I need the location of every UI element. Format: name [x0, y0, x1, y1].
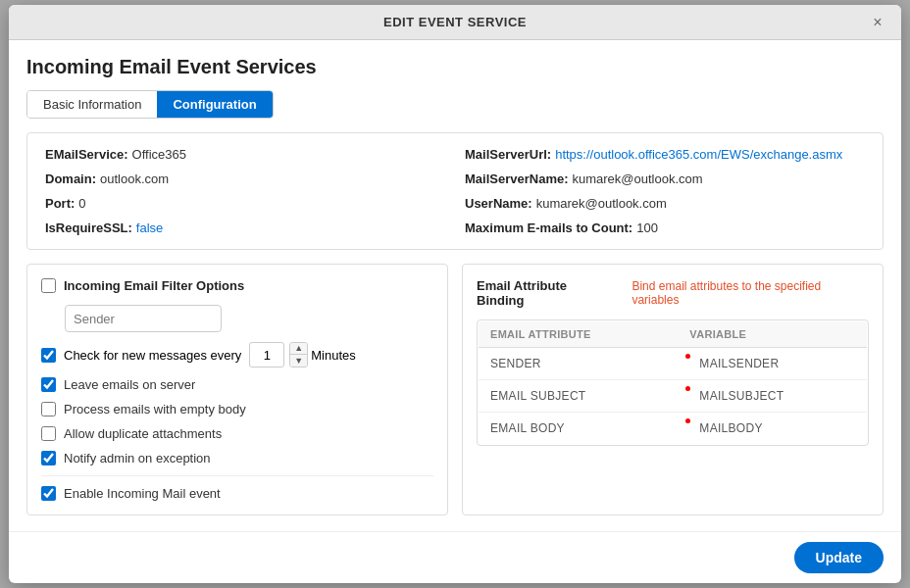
attr-binding-title: Email Attribute Binding: [477, 278, 616, 308]
modal-header: EDIT EVENT SERVICE ×: [9, 5, 901, 40]
process-empty-label[interactable]: Process emails with empty body: [64, 402, 246, 416]
info-section: EMailService: Office365 MailServerUrl: h…: [26, 132, 884, 250]
username-label: UserName:: [465, 196, 532, 211]
variable-value: MAILSENDER: [699, 357, 779, 370]
table-row: SENDER MAILSENDER: [479, 348, 868, 380]
check-interval-value: 1: [249, 342, 284, 368]
username-value: kumarek@outlook.com: [536, 196, 667, 211]
ssl-value: false: [136, 220, 163, 235]
interval-unit: Minutes: [311, 348, 356, 363]
mail-server-name-row: MailServerName: kumarek@outlook.com: [465, 172, 865, 186]
variable-cell: MAILSUBJECT: [678, 380, 867, 413]
enable-incoming-checkbox[interactable]: [41, 486, 56, 501]
tab-basic[interactable]: Basic Information: [27, 91, 157, 118]
email-service-value: Office365: [132, 147, 186, 162]
notify-admin-row: Notify admin on exception: [41, 451, 433, 466]
variable-value: MAILSUBJECT: [699, 389, 784, 403]
ssl-label: IsRequireSSL:: [45, 220, 132, 235]
filter-options-checkbox[interactable]: [41, 278, 56, 293]
port-value: 0: [78, 196, 85, 211]
interval-stepper: ▲ ▼: [289, 342, 308, 368]
variable-cell: MAILBODY: [678, 413, 867, 445]
attr-table: EMAIL ATTRIBUTE VARIABLE SENDER MAILSEND…: [478, 320, 868, 445]
modal: EDIT EVENT SERVICE × Incoming Email Even…: [9, 5, 901, 583]
attr-cell: EMAIL BODY: [479, 413, 679, 445]
modal-title: EDIT EVENT SERVICE: [383, 15, 527, 29]
mail-server-url-label: MailServerUrl:: [465, 147, 551, 162]
update-button[interactable]: Update: [794, 542, 884, 573]
sender-filter-input[interactable]: [65, 305, 222, 332]
table-row: EMAIL SUBJECT MAILSUBJECT: [479, 380, 868, 413]
filter-panel-header: Incoming Email Filter Options: [41, 278, 433, 293]
attr-binding-header: Email Attribute Binding Bind email attri…: [477, 278, 869, 308]
modal-body: Incoming Email Event Services Basic Info…: [9, 40, 901, 531]
tab-configuration[interactable]: Configuration: [157, 91, 272, 118]
bottom-section: Incoming Email Filter Options Check for …: [26, 264, 884, 515]
attr-table-container: EMAIL ATTRIBUTE VARIABLE SENDER MAILSEND…: [477, 319, 869, 446]
mail-server-url-row: MailServerUrl: https://outlook.office365…: [465, 147, 865, 162]
ssl-row: IsRequireSSL: false: [45, 220, 445, 235]
modal-overlay: EDIT EVENT SERVICE × Incoming Email Even…: [0, 0, 910, 588]
stepper-up-button[interactable]: ▲: [290, 343, 307, 355]
filter-panel: Incoming Email Filter Options Check for …: [26, 264, 448, 515]
max-emails-label: Maximum E-mails to Count:: [465, 220, 632, 235]
tab-bar: Basic Information Configuration: [26, 90, 274, 119]
variable-cell: MAILSENDER: [678, 348, 867, 380]
table-header-row: EMAIL ATTRIBUTE VARIABLE: [479, 321, 868, 348]
email-service-label: EMailService:: [45, 147, 128, 162]
col-attribute: EMAIL ATTRIBUTE: [479, 321, 679, 348]
check-messages-row: Check for new messages every 1 ▲ ▼ Minut…: [41, 342, 433, 368]
notify-admin-checkbox[interactable]: [41, 451, 56, 466]
username-row: UserName: kumarek@outlook.com: [465, 196, 865, 211]
col-variable: VARIABLE: [678, 321, 867, 348]
leave-emails-row: Leave emails on server: [41, 377, 433, 392]
attr-cell: SENDER: [479, 348, 679, 380]
page-title: Incoming Email Event Services: [26, 56, 884, 78]
attr-binding-panel: Email Attribute Binding Bind email attri…: [462, 264, 884, 515]
stepper-down-button[interactable]: ▼: [290, 355, 307, 367]
close-button[interactable]: ×: [866, 11, 889, 34]
process-empty-checkbox[interactable]: [41, 402, 56, 416]
domain-value: outlook.com: [100, 172, 169, 186]
mail-server-url-value: https://outlook.office365.com/EWS/exchan…: [555, 147, 842, 162]
allow-duplicates-checkbox[interactable]: [41, 426, 56, 441]
allow-duplicates-row: Allow duplicate attachments: [41, 426, 433, 441]
email-service-row: EMailService: Office365: [45, 147, 445, 162]
modal-footer: Update: [9, 531, 901, 583]
port-row: Port: 0: [45, 196, 445, 211]
notify-admin-label[interactable]: Notify admin on exception: [64, 451, 211, 466]
mail-server-name-value: kumarek@outlook.com: [573, 172, 703, 186]
leave-emails-label[interactable]: Leave emails on server: [64, 377, 195, 392]
process-empty-row: Process emails with empty body: [41, 402, 433, 416]
domain-label: Domain:: [45, 172, 96, 186]
port-label: Port:: [45, 196, 75, 211]
leave-emails-checkbox[interactable]: [41, 377, 56, 392]
check-messages-label: Check for new messages every: [64, 348, 241, 363]
filter-panel-title: Incoming Email Filter Options: [64, 278, 244, 293]
max-emails-row: Maximum E-mails to Count: 100: [465, 220, 865, 235]
domain-row: Domain: outlook.com: [45, 172, 445, 186]
attr-binding-subtitle: Bind email attributes to the specified v…: [632, 279, 869, 307]
mail-server-name-label: MailServerName:: [465, 172, 569, 186]
enable-incoming-row: Enable Incoming Mail event: [41, 475, 433, 501]
allow-duplicates-label[interactable]: Allow duplicate attachments: [64, 426, 222, 441]
max-emails-value: 100: [636, 220, 658, 235]
variable-value: MAILBODY: [699, 421, 762, 435]
attr-cell: EMAIL SUBJECT: [479, 380, 679, 413]
enable-incoming-label[interactable]: Enable Incoming Mail event: [64, 486, 221, 501]
check-messages-checkbox[interactable]: [41, 348, 56, 363]
table-row: EMAIL BODY MAILBODY: [479, 413, 868, 445]
